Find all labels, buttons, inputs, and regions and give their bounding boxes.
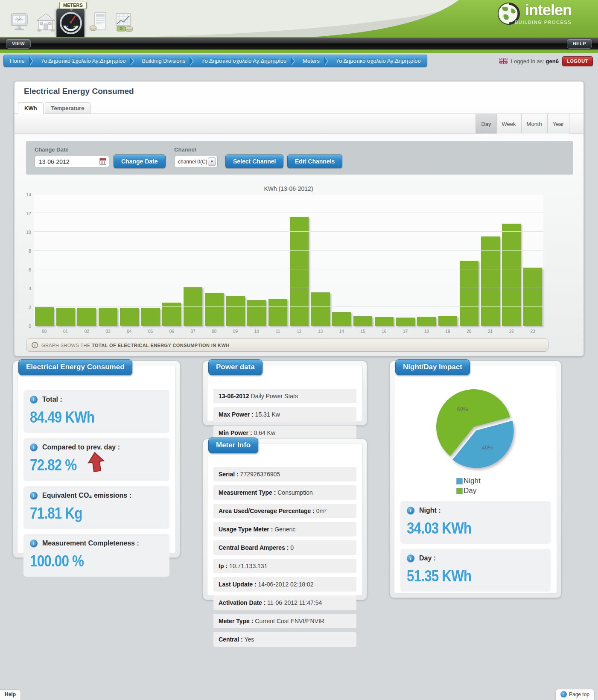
- billing-icon[interactable]: [89, 12, 110, 33]
- breadcrumb-item[interactable]: Home: [4, 55, 31, 67]
- stat-label-text: Total :: [42, 396, 62, 403]
- period-tab-week[interactable]: Week: [496, 114, 521, 134]
- bar-slot: [55, 195, 76, 326]
- select-channel-button[interactable]: Select Channel: [225, 155, 283, 168]
- info-icon: i: [30, 492, 38, 499]
- energy-chart-panel: Electrical Energy Consumed KWhTemperatur…: [14, 81, 584, 356]
- finance-icon[interactable]: [114, 12, 135, 33]
- info-row-value: Current Cost ENVI/ENVIR: [253, 618, 324, 624]
- user-box: Logged in as: gen6 LOGOUT: [499, 56, 593, 66]
- chevron-down-icon[interactable]: ▼: [208, 158, 216, 166]
- edit-channels-button[interactable]: Edit Channels: [287, 155, 342, 168]
- y-tick-label: 6: [20, 267, 31, 272]
- logo-subtitle: BUILDING PROCESS: [515, 20, 572, 25]
- info-row-label: Max Power :: [219, 411, 254, 418]
- energy-summary-badge: Electrical Energy Consumed: [18, 359, 132, 375]
- dashboard-icon[interactable]: [9, 12, 31, 33]
- stat-row: iDay :51.35 KWh: [400, 549, 551, 592]
- period-tab-month[interactable]: Month: [521, 114, 547, 134]
- bar: [396, 318, 415, 326]
- breadcrumb-separator-icon: [292, 55, 297, 67]
- gridline: [34, 269, 543, 269]
- bar: [332, 312, 351, 326]
- change-date-button[interactable]: Change Date: [114, 155, 166, 168]
- y-tick-label: 2: [20, 305, 31, 310]
- bar-slot: [458, 195, 480, 326]
- bar: [290, 217, 309, 326]
- info-row: Activation Date : 11-06-2012 11:47:54: [213, 595, 356, 610]
- info-row-label: Central :: [219, 636, 243, 643]
- unit-tabs: KWhTemperature: [18, 102, 90, 114]
- period-tab-year[interactable]: Year: [547, 114, 569, 134]
- info-row-value: Consumption: [276, 489, 312, 496]
- change-date-label: Change Date: [35, 146, 68, 153]
- calendar-icon[interactable]: [99, 158, 106, 165]
- bar-slot: [246, 195, 268, 326]
- breadcrumb-item[interactable]: 7ο Δημοτικό σχολείο Αγ.Δημητρίου: [195, 55, 292, 67]
- bar-slot: [161, 195, 183, 326]
- legend-item-night: Night: [456, 477, 495, 485]
- bar-slot: [331, 195, 353, 326]
- bar: [375, 317, 394, 326]
- bar: [460, 261, 478, 326]
- y-tick-label: 10: [20, 230, 31, 235]
- breadcrumb-item[interactable]: 7ο Δημοτικό Σχολείο Αγ.Δημητρίου: [35, 55, 132, 67]
- app-header: METERS intelen: [0, 0, 598, 37]
- stat-value: 84.49 KWh: [30, 408, 94, 426]
- stat-row: iEquivalent CO₂ emissions :71.81 Kg: [23, 486, 169, 529]
- date-input[interactable]: [35, 156, 109, 167]
- info-row: Serial : 772926376905: [213, 467, 356, 481]
- stat-value-wrap: 84.49 KWh: [30, 403, 163, 426]
- footer-help-tab[interactable]: Help: [0, 689, 21, 700]
- stat-row: iMeasurement Completeness :100.00 %: [23, 534, 169, 577]
- bar: [353, 316, 372, 326]
- y-tick-label: 4: [20, 286, 31, 291]
- view-button[interactable]: VIEW: [6, 39, 31, 49]
- breadcrumb: Home7ο Δημοτικό Σχολείο Αγ.ΔημητρίουBuil…: [3, 55, 427, 67]
- nightday-badge: Night/Day Impact: [395, 359, 470, 375]
- stat-value-wrap: 100.00 %: [30, 547, 163, 570]
- info-row-value: 10.71.133.131: [228, 563, 267, 569]
- stat-row: iNight :34.03 KWh: [400, 501, 551, 544]
- channel-label: Channel: [174, 146, 196, 153]
- logout-button[interactable]: LOGOUT: [562, 56, 593, 66]
- breadcrumb-item[interactable]: 7ο Δημοτικό σχολείο Αγ.Δημητρίου: [330, 55, 427, 67]
- meters-tab[interactable]: [56, 9, 85, 37]
- bar-slot: [119, 195, 140, 326]
- breadcrumb-separator-icon: [131, 55, 136, 67]
- info-row-value: 0m²: [315, 508, 327, 514]
- meters-icon[interactable]: [59, 11, 80, 32]
- stat-value: 34.03 KWh: [407, 519, 471, 537]
- tab-temperature[interactable]: Temperature: [45, 102, 91, 114]
- info-icon: i: [407, 507, 414, 514]
- stat-label: iTotal :: [30, 396, 163, 403]
- bar: [205, 293, 224, 326]
- breadcrumb-item[interactable]: Building Divisions: [136, 55, 191, 67]
- uk-flag-icon: [499, 58, 508, 64]
- tab-kwh[interactable]: KWh: [18, 102, 44, 114]
- power-data-badge: Power data: [208, 359, 263, 375]
- pie-chart: 40%60%: [394, 385, 557, 475]
- help-button[interactable]: HELP: [567, 39, 592, 49]
- stat-value: 72.82 %: [30, 456, 76, 474]
- breadcrumb-item[interactable]: Meters: [297, 55, 326, 67]
- channel-select[interactable]: channel 0(C) ▼: [174, 156, 218, 167]
- x-tick-label: 07: [182, 329, 204, 334]
- y-tick-label: 12: [20, 211, 31, 216]
- building-icon[interactable]: [36, 12, 57, 33]
- chart-note: i GRAPH SHOWS THE TOTAL OF ELECTRICAL EN…: [26, 338, 548, 352]
- info-row-value: 0: [289, 544, 294, 551]
- x-tick-label: 12: [289, 329, 310, 334]
- page-top-link[interactable]: ↑ Page top: [555, 689, 595, 700]
- chart-note-text: GRAPH SHOWS THE TOTAL OF ELECTRICAL ENER…: [41, 343, 230, 348]
- gridline: [34, 250, 543, 251]
- bar-slot: [97, 195, 119, 326]
- green-divider: [0, 50, 598, 53]
- bar-slot: [501, 195, 522, 326]
- period-tab-day[interactable]: Day: [475, 114, 496, 134]
- username: gen6: [546, 58, 559, 64]
- stat-label-text: Night :: [419, 507, 441, 514]
- page-title: Electrical Energy Consumed: [24, 87, 134, 96]
- x-tick-label: 15: [352, 329, 373, 334]
- bar-slot: [267, 195, 289, 326]
